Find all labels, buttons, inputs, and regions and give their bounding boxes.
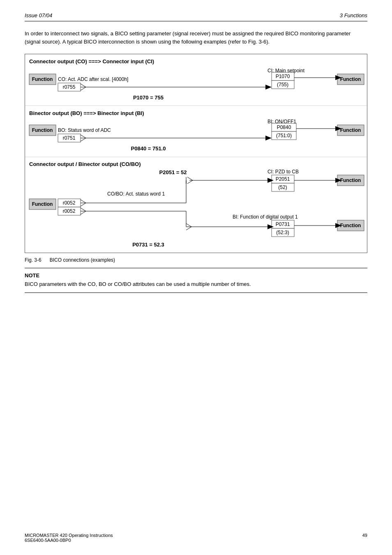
svg-text:Function: Function <box>340 76 361 82</box>
svg-text:Function: Function <box>340 223 361 228</box>
note-text: BICO parameters with the CO, BO or CO/BO… <box>25 280 367 288</box>
svg-text:r0052: r0052 <box>63 200 76 206</box>
page-number: 49 <box>362 533 367 543</box>
svg-marker-27 <box>265 136 272 140</box>
svg-text:BI: Function of digital output: BI: Function of digital output 1 <box>233 214 298 220</box>
footer-line2: 6SE6400-5AA00-0BP0 <box>25 538 113 543</box>
fig-caption: Fig. 3-6 BICO connections (examples) <box>25 257 367 263</box>
svg-text:(52:3): (52:3) <box>276 230 289 235</box>
svg-text:r0755: r0755 <box>63 84 76 90</box>
svg-text:CO: Act. ADC after scal. [4000: CO: Act. ADC after scal. [4000h] <box>58 76 128 82</box>
footer-line1: MICROMASTER 420 Operating Instructions <box>25 533 113 538</box>
svg-text:(52): (52) <box>278 184 287 190</box>
intro-text: In order to interconnect two signals, a … <box>25 30 367 46</box>
bico-diagram: Connector output (CO) ===> Connector inp… <box>25 54 367 253</box>
svg-text:BO: Status word of ADC: BO: Status word of ADC <box>58 127 111 133</box>
svg-text:P1070 = 755: P1070 = 755 <box>133 94 164 101</box>
page: Issue 07/04 3 Functions In order to inte… <box>0 0 392 555</box>
svg-text:CO/BO: Act. status word 1: CO/BO: Act. status word 1 <box>107 191 165 197</box>
issue-label: Issue 07/04 <box>25 12 52 18</box>
svg-text:Function: Function <box>340 127 361 133</box>
chapter-label: 3 Functions <box>340 12 367 18</box>
page-footer: MICROMASTER 420 Operating Instructions 6… <box>25 533 367 543</box>
footer-left: MICROMASTER 420 Operating Instructions 6… <box>25 533 113 543</box>
svg-text:CI: PZD to CB: CI: PZD to CB <box>267 169 299 175</box>
svg-text:r0751: r0751 <box>63 135 76 141</box>
svg-text:Connector output / Binector ou: Connector output / Binector output (CO/B… <box>29 161 141 167</box>
svg-text:P0731: P0731 <box>276 221 290 227</box>
note-title: NOTE <box>25 272 367 279</box>
svg-text:P1070: P1070 <box>276 74 290 79</box>
svg-text:Function: Function <box>340 177 361 183</box>
svg-text:P2051: P2051 <box>276 176 290 182</box>
fig-text: BICO connections (examples) <box>50 257 115 263</box>
svg-text:P2051 = 52: P2051 = 52 <box>159 169 187 175</box>
svg-text:P0731 = 52.3: P0731 = 52.3 <box>132 242 164 248</box>
svg-text:Function: Function <box>32 127 53 133</box>
note-box: NOTE BICO parameters with the CO, BO or … <box>25 268 367 293</box>
svg-text:(755): (755) <box>277 82 288 88</box>
svg-text:Function: Function <box>32 76 53 82</box>
svg-text:P0840: P0840 <box>277 124 291 130</box>
svg-text:Function: Function <box>32 201 53 207</box>
svg-text:Binector output (BO)   ===>   : Binector output (BO) ===> Binector input… <box>29 110 144 116</box>
svg-marker-8 <box>265 85 272 90</box>
page-header: Issue 07/04 3 Functions <box>25 12 367 21</box>
svg-text:P0840 = 751.0: P0840 = 751.0 <box>131 145 166 152</box>
svg-text:r0052: r0052 <box>63 208 76 214</box>
svg-text:Connector output (CO)   ===>  : Connector output (CO) ===> Connector inp… <box>29 58 154 64</box>
svg-text:(751:0): (751:0) <box>276 133 292 138</box>
fig-label: Fig. 3-6 <box>25 257 42 263</box>
